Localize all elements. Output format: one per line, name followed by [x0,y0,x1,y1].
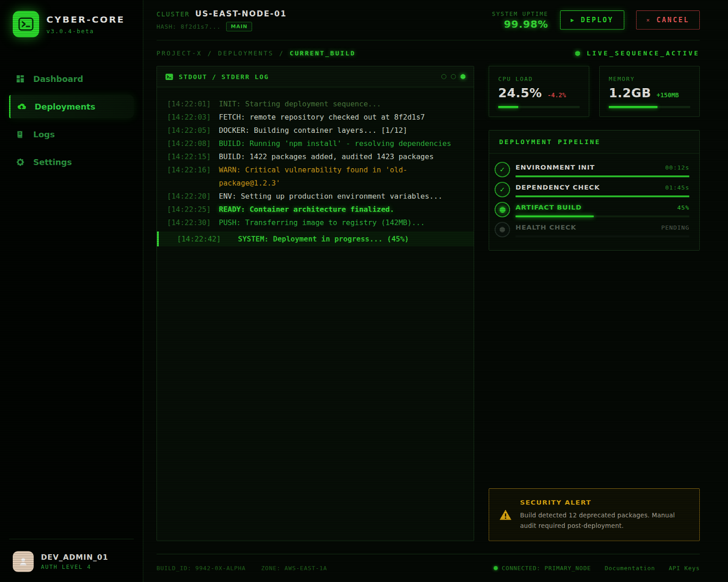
live-status: LIVE_SEQUENCE_ACTIVE [575,50,700,57]
sidebar-item-label: Settings [33,157,72,167]
top-bar: CLUSTER US-EAST-NODE-01 HASH: 8f2d1s7...… [157,0,700,40]
logs-icon [15,130,25,139]
branch-badge[interactable]: MAIN [226,22,252,31]
person-icon [17,556,29,567]
log-entry: [14:22:03] FETCH: remote repository chec… [157,110,474,124]
log-output[interactable]: [14:22:01] INIT: Starting deployment seq… [157,87,474,541]
api-keys-link[interactable]: API Keys [669,565,700,572]
deployment-pipeline-panel: DEPLOYMENT PIPELINE ✓ ENVIRONMENT INIT 0… [489,130,700,251]
pipeline-step-artifact-build: ARTIFACT BUILD 45% [495,204,689,224]
gear-icon [15,157,25,167]
log-timestamp: [14:22:05] [167,124,210,137]
cpu-load-value: 24.5% [498,86,542,100]
security-alert-body: Build detected 12 deprecated packages. M… [520,510,689,531]
breadcrumb-project[interactable]: PROJECT-X [157,50,202,57]
sidebar-item-settings[interactable]: Settings [9,151,134,174]
connected-dot-icon [494,566,498,570]
step-duration: 00:12s [665,164,689,171]
log-message: WARN: Critical vulnerability found in 'o… [219,163,464,190]
check-circle-icon: ✓ [495,182,510,197]
step-duration: 01:45s [665,184,689,191]
log-entry: [14:22:30] PUSH: Transferring image to r… [157,216,474,229]
play-icon: ▶ [571,17,575,23]
app-title: CYBER-CORE [46,14,125,25]
warning-triangle-icon [499,500,512,531]
breadcrumb: PROJECT-X / DEPLOYMENTS / CURRENT_BUILD [157,50,356,57]
security-alert-title: SECURITY ALERT [520,499,689,506]
cpu-load-bar [498,106,580,108]
sidebar-item-dashboard[interactable]: Dashboard [9,67,134,90]
cpu-load-card: CPU LOAD 24.5% -4.2% [489,66,589,117]
log-panel-header: STDOUT / STDERR LOG [157,66,474,87]
log-panel: STDOUT / STDERR LOG [14:22:01] INIT: Sta… [157,66,474,541]
sidebar-item-deployments[interactable]: Deployments [9,95,134,118]
deploy-button[interactable]: ▶ DEPLOY [560,10,624,30]
log-entry: [14:22:15] BUILD: 1422 packages added, a… [157,150,474,163]
documentation-link[interactable]: Documentation [605,565,655,572]
content: STDOUT / STDERR LOG [14:22:01] INIT: Sta… [157,66,700,554]
hash-value: HASH: 8f2d1s7... [157,23,221,30]
right-column: CPU LOAD 24.5% -4.2% MEMORY 1.2GB +150MB [489,66,700,541]
breadcrumb-deployments[interactable]: DEPLOYMENTS [218,50,273,57]
sidebar-item-label: Logs [33,130,55,139]
pipeline-step-dependency-check: ✓ DEPENDENCY CHECK 01:45s [495,184,689,204]
step-progress-bar [516,176,689,177]
breadcrumb-separator: / [279,50,284,57]
pipeline-title: DEPLOYMENT PIPELINE [489,130,699,154]
status-dot-icon [575,51,580,56]
connection-status: CONNECTED: PRIMARY_NODE [494,565,591,572]
log-entry: [14:22:20] ENV: Setting up production en… [157,190,474,203]
log-message: READY: Container architecture finalized. [219,203,464,216]
close-icon: ✕ [647,17,651,23]
log-timestamp: [14:22:03] [167,110,210,124]
check-circle-icon: ✓ [495,162,510,177]
log-timestamp: [14:22:42] [177,232,220,246]
log-timestamp: [14:22:01] [167,97,210,110]
user-auth-level: AUTH LEVEL 4 [41,564,108,570]
footer: BUILD_ID: 9942-0X-ALPHA ZONE: AWS-EAST-1… [157,554,700,582]
breadcrumb-separator: / [207,50,212,57]
cancel-button-label: CANCEL [657,16,689,24]
sidebar-item-logs[interactable]: Logs [9,123,134,146]
log-timestamp: [14:22:25] [167,203,210,216]
log-entry: [14:22:05] DOCKER: Building container la… [157,124,474,137]
memory-card: MEMORY 1.2GB +150MB [599,66,700,117]
grid-icon [15,74,25,84]
log-entry-ready: [14:22:25] READY: Container architecture… [157,203,474,216]
cloud-upload-icon [17,102,26,111]
brand: CYBER-CORE v3.0.4-beta [13,11,134,37]
sidebar-nav: Dashboard Deployments Logs Settings [9,67,134,174]
memory-label: MEMORY [609,75,690,82]
window-dot-icon[interactable] [451,74,456,79]
app-logo-terminal-icon [13,11,39,37]
live-status-label: LIVE_SEQUENCE_ACTIVE [586,50,700,57]
uptime-value: 99.98% [492,19,548,30]
log-timestamp: [14:22:20] [167,190,210,203]
log-message: ENV: Setting up production environment v… [219,190,464,203]
memory-delta: +150MB [657,91,679,99]
user-profile[interactable]: DEV_ADMIN_01 AUTH LEVEL 4 [13,551,134,572]
pipeline-step-environment-init: ✓ ENVIRONMENT INIT 00:12s [495,164,689,184]
log-message: INIT: Starting deployment sequence... [219,97,464,110]
sidebar-divider [9,539,134,539]
cancel-button[interactable]: ✕ CANCEL [636,10,700,30]
log-timestamp: [14:22:15] [167,150,210,163]
sidebar: CYBER-CORE v3.0.4-beta Dashboard Deploym… [0,0,143,582]
cpu-load-delta: -4.2% [547,91,566,99]
sidebar-item-label: Dashboard [33,74,83,84]
step-name: ENVIRONMENT INIT [516,164,595,171]
log-entry-warning: [14:22:16] WARN: Critical vulnerability … [157,163,474,190]
breadcrumb-row: PROJECT-X / DEPLOYMENTS / CURRENT_BUILD … [157,40,700,66]
cluster-label: CLUSTER [157,10,190,18]
log-entry-current: [14:22:42] SYSTEM: Deployment in progres… [157,231,474,246]
step-name: DEPENDENCY CHECK [516,184,600,191]
step-progress-bar [516,236,689,237]
uptime-label: SYSTEM UPTIME [492,10,548,17]
window-dot-icon[interactable] [441,74,446,79]
log-message: PUSH: Transferring image to registry (14… [219,216,464,229]
window-dot-active-icon[interactable] [460,74,465,79]
pending-dot-circle-icon [495,222,510,237]
log-window-dots [441,74,465,79]
step-status: PENDING [661,224,689,231]
security-alert: SECURITY ALERT Build detected 12 depreca… [489,488,700,541]
